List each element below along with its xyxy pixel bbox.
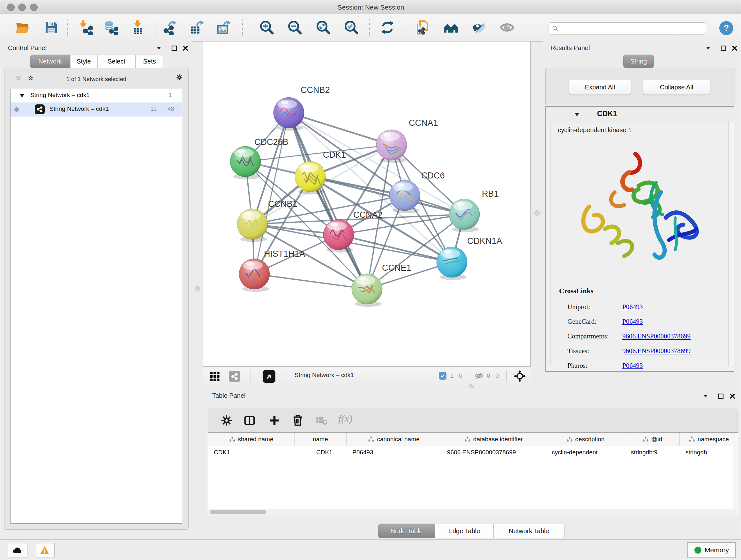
crosslink-value-link[interactable]: P06493 — [622, 362, 643, 369]
network-node-CDKN1A[interactable] — [436, 247, 467, 280]
tab-select[interactable]: Select — [97, 55, 136, 68]
search-icon — [552, 25, 558, 32]
crosslink-value-link[interactable]: P06493 — [622, 318, 643, 325]
network-node-CCNA1[interactable] — [376, 130, 407, 163]
table-vertical-scrollbar[interactable] — [733, 446, 738, 515]
scrollbar-thumb[interactable] — [210, 510, 266, 514]
tab-style[interactable]: Style — [70, 55, 97, 68]
crosslink-value-link[interactable]: 9606.ENSP00000378699 — [622, 347, 690, 355]
import-network-database-button[interactable] — [102, 18, 119, 37]
table-cell[interactable]: cyclin-dependent ... — [546, 446, 625, 458]
column-header[interactable]: name — [294, 433, 347, 446]
network-node-CDC25B[interactable] — [230, 146, 261, 179]
export-network-button[interactable] — [161, 18, 179, 37]
title-bar: Session: New Session — [0, 0, 741, 15]
table-cell[interactable]: CDK1 — [294, 446, 347, 458]
left-splitter-handle[interactable] — [195, 287, 200, 292]
table-cell[interactable]: stringdb:9... — [625, 446, 680, 458]
birds-eye-navigator-icon[interactable] — [514, 370, 526, 382]
table-settings-gear-icon[interactable] — [221, 415, 232, 426]
zoom-fit-button[interactable] — [314, 18, 332, 37]
table-row[interactable]: CDK1 CDK1 P06493 9606.ENSP00000378699 cy… — [208, 446, 738, 458]
network-node-RB1[interactable] — [449, 199, 480, 232]
import-table-button[interactable] — [129, 18, 146, 37]
network-node-CDC6[interactable] — [389, 180, 420, 213]
global-search-field[interactable] — [549, 22, 706, 35]
table-cell[interactable]: 9606.ENSP00000378699 — [441, 446, 546, 458]
right-splitter-handle[interactable] — [535, 210, 540, 215]
table-cell[interactable]: CDK1 — [208, 446, 294, 458]
crosslink-value-link[interactable]: 9606.ENSP00000378699 — [622, 332, 690, 340]
column-header[interactable]: database identifier — [441, 433, 546, 446]
selected-nodes-checkbox-icon[interactable] — [439, 372, 447, 380]
maximize-panel-icon[interactable] — [718, 393, 724, 401]
node-card-header[interactable]: CDK1 — [546, 107, 734, 122]
open-session-button[interactable] — [14, 18, 31, 37]
tab-string[interactable]: String — [623, 55, 654, 68]
export-image-button[interactable] — [215, 18, 232, 37]
network-graph[interactable]: CCNB2CCNA1CDC25BCDK1CDC6RB1CCNB1CCNA2CDK… — [203, 42, 530, 366]
refresh-button[interactable] — [379, 18, 396, 37]
network-tree: String Network – cdk1 1 String Network –… — [10, 89, 182, 523]
network-node-CCNE1[interactable] — [352, 273, 382, 307]
network-overview-icon[interactable] — [229, 371, 240, 382]
grid-view-icon[interactable] — [210, 371, 220, 381]
show-eye-icon[interactable] — [498, 18, 516, 37]
save-session-button[interactable] — [42, 18, 60, 37]
close-panel-icon[interactable] — [731, 45, 738, 53]
float-panel-icon[interactable] — [702, 393, 709, 401]
crosslink-label: Uniprot: — [567, 300, 622, 314]
hide-panels-eye-icon[interactable] — [470, 18, 488, 37]
home-panels-icon[interactable] — [442, 18, 460, 37]
tab-node-table[interactable]: Node Table — [378, 523, 435, 538]
results-scrollbar[interactable] — [728, 122, 734, 366]
node-label-CCNA2: CCNA2 — [353, 210, 383, 220]
column-header[interactable]: description — [546, 433, 625, 446]
network-node-CCNB1[interactable] — [237, 209, 268, 242]
add-column-icon[interactable] — [269, 415, 280, 426]
collapse-section-icon[interactable] — [574, 112, 580, 117]
help-button[interactable]: ? — [719, 21, 733, 35]
close-panel-icon[interactable] — [182, 45, 189, 53]
zoom-selected-button[interactable] — [342, 18, 360, 37]
table-horizontal-scrollbar[interactable] — [208, 509, 738, 515]
maximize-panel-icon[interactable] — [171, 45, 178, 53]
network-node-HIST1H1A[interactable] — [239, 259, 270, 292]
tab-network[interactable]: Network — [30, 55, 70, 68]
collapse-all-button[interactable]: Collapse All — [643, 80, 711, 95]
crosslink-row: Tissues:9606.ENSP00000378699 — [567, 344, 690, 358]
crosslink-value-link[interactable]: P06493 — [622, 303, 643, 311]
network-options-gear-icon[interactable] — [176, 74, 185, 83]
tab-edge-table[interactable]: Edge Table — [435, 523, 493, 538]
search-input[interactable] — [558, 25, 694, 32]
float-panel-icon[interactable] — [156, 45, 162, 53]
delete-column-trash-icon[interactable] — [292, 414, 304, 427]
tab-network-table[interactable]: Network Table — [493, 523, 564, 538]
zoom-out-button[interactable] — [286, 18, 304, 37]
cloud-status-button[interactable] — [8, 543, 27, 557]
tab-sets[interactable]: Sets — [136, 55, 163, 68]
column-header[interactable]: shared name — [208, 433, 294, 446]
close-panel-icon[interactable] — [729, 393, 736, 401]
clone-network-button[interactable] — [414, 18, 431, 37]
table-cell[interactable]: P06493 — [347, 446, 441, 458]
memory-status-button[interactable]: Memory — [687, 542, 736, 558]
collection-expander-icon[interactable] — [19, 94, 24, 98]
detach-view-icon[interactable] — [263, 370, 275, 383]
network-collection-row[interactable]: String Network – cdk1 1 — [10, 89, 182, 103]
table-cell[interactable]: stringdb — [680, 446, 738, 458]
export-table-button[interactable] — [188, 18, 206, 37]
import-network-file-button[interactable] — [77, 18, 94, 37]
float-panel-icon[interactable] — [705, 45, 711, 53]
maximize-panel-icon[interactable] — [720, 45, 727, 53]
column-header[interactable]: namespace — [680, 433, 738, 446]
network-row-selected[interactable]: String Network – cdk1 11 48 — [10, 103, 182, 117]
column-header[interactable]: canonical name — [347, 433, 441, 446]
select-columns-icon[interactable] — [244, 415, 255, 426]
zoom-in-button[interactable] — [258, 18, 276, 37]
table-toolbar: f(x) — [208, 408, 738, 432]
network-canvas[interactable]: CCNB2CCNA1CDC25BCDK1CDC6RB1CCNB1CCNA2CDK… — [203, 41, 531, 367]
expand-all-button[interactable]: Expand All — [569, 80, 631, 95]
column-header[interactable]: @id — [625, 433, 680, 446]
warnings-button[interactable] — [35, 543, 55, 557]
